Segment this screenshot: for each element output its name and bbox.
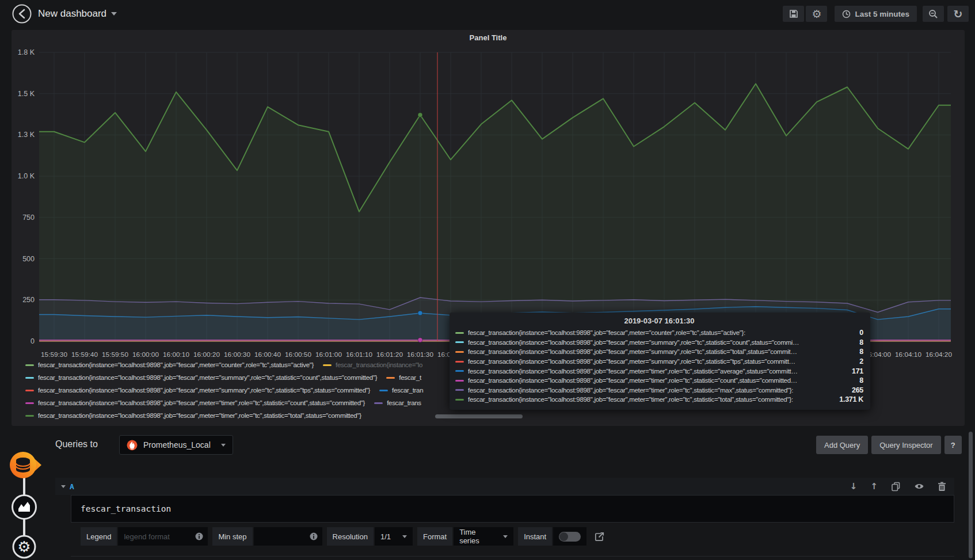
tooltip-series-value: 8 (851, 376, 863, 384)
queries-to-label: Queries to (55, 439, 98, 449)
duplicate-query-icon[interactable] (891, 482, 901, 492)
legend-row: fescar_transaction{instance="localhost:9… (25, 371, 432, 384)
series-color-dash (455, 351, 464, 353)
tooltip-timestamp: 2019-03-07 16:01:30 (455, 317, 863, 325)
chevron-down-icon (111, 12, 117, 16)
info-icon (310, 532, 318, 540)
resolution-select[interactable]: 1/1 (375, 527, 413, 546)
series-color-dash (455, 341, 464, 343)
disable-query-eye-icon[interactable] (914, 482, 924, 490)
navbar-actions: ⚙ Last 5 minutes ↻ (783, 6, 969, 22)
graph-legend: fescar_transaction{instance="localhost:9… (25, 359, 432, 422)
legend-item[interactable]: fescar_transaction{instance="localhost:9… (25, 412, 361, 419)
legend-series-name: fescar_transaction{instance="localhost:9… (38, 399, 365, 406)
tooltip-series-row: fescar_transaction{instance="localhost:9… (455, 357, 863, 367)
series-color-dash (455, 370, 464, 372)
promql-query-input[interactable]: fescar_transaction (71, 495, 954, 523)
move-query-up-icon[interactable]: ↑ (870, 481, 878, 492)
legend-row: fescar_transaction{instance="localhost:9… (25, 384, 432, 397)
min-step-input[interactable] (260, 532, 307, 541)
series-color-dash (455, 389, 464, 391)
legend-item[interactable]: fescar_t (386, 374, 421, 381)
legend-series-name: fescar_transaction{instance="localhost:9… (38, 412, 361, 419)
zoom-out-button[interactable] (923, 6, 944, 22)
tooltip-series-value: 8 (851, 338, 863, 346)
legend-format-input[interactable] (124, 532, 193, 541)
legend-item[interactable]: fescar_trans (374, 399, 421, 406)
query-inspector-button[interactable]: Query Inspector (871, 436, 941, 454)
datasource-picker[interactable]: Prometheus_Local (119, 435, 233, 455)
info-icon (195, 532, 203, 540)
dashboard-title-dropdown[interactable]: New dashboard (38, 0, 117, 28)
legend-item[interactable]: fescar_transaction{instance="lo (323, 361, 422, 368)
tooltip-series-name: fescar_transaction{instance="localhost:9… (468, 339, 799, 346)
series-color-dash (25, 402, 34, 404)
link-to-explore-icon[interactable] (595, 532, 604, 542)
time-range-picker[interactable]: Last 5 minutes (835, 6, 917, 22)
instant-label: Instant (518, 527, 552, 546)
save-dashboard-button[interactable] (783, 6, 804, 22)
legend-series-name: fescar_t (399, 374, 421, 381)
x-axis-tick-label: 15:59:30 (41, 351, 67, 359)
legend-series-name: fescar_transaction{instance="localhost:9… (38, 374, 377, 381)
legend-item[interactable]: fescar_transaction{instance="localhost:9… (25, 387, 370, 394)
legend-series-name: fescar_transaction{instance="localhost:9… (38, 361, 314, 368)
chart-icon (10, 493, 38, 521)
instant-toggle[interactable] (553, 527, 586, 546)
add-query-button[interactable]: Add Query (816, 436, 868, 454)
navbar: New dashboard ⚙ Last 5 minutes (0, 0, 975, 28)
tab-visualization[interactable] (10, 493, 38, 523)
x-axis-tick-label: 16:00:40 (254, 351, 281, 359)
legend-series-name: fescar_transaction{instance="lo (336, 361, 422, 368)
y-axis-tick-label: 500 (22, 255, 35, 263)
delete-query-trash-icon[interactable] (938, 482, 946, 492)
min-step-label: Min step (212, 527, 252, 546)
tooltip-series-name: fescar_transaction{instance="localhost:9… (468, 387, 793, 394)
y-axis-tick-label: 0 (31, 337, 35, 345)
query-row-icons: ↓ ↑ (850, 481, 946, 492)
legend-series-name: fescar_tran (392, 387, 423, 394)
legend-item[interactable]: fescar_transaction{instance="localhost:9… (25, 361, 314, 368)
series-color-dash (455, 332, 464, 334)
query-ref-id: A (70, 482, 74, 491)
back-button[interactable] (12, 3, 32, 24)
queries-datasource-icon (8, 449, 43, 481)
chevron-down-icon (503, 535, 508, 538)
query-actions: Add Query Query Inspector ? (816, 436, 962, 454)
legend-item[interactable]: fescar_transaction{instance="localhost:9… (25, 399, 365, 406)
grafana-panel-edit-page: { "navbar": { "title": "New dashboard", … (0, 0, 975, 560)
tooltip-series-value: 8 (851, 348, 863, 356)
hover-point-dot (418, 338, 422, 342)
refresh-button[interactable]: ↻ (947, 6, 969, 22)
tooltip-series-name: fescar_transaction{instance="localhost:9… (468, 368, 798, 375)
x-axis-tick-label: 16:00:30 (224, 351, 250, 359)
move-query-down-icon[interactable]: ↓ (850, 481, 858, 492)
promql-expression: fescar_transaction (81, 504, 171, 513)
tab-general[interactable]: ⚙ (12, 534, 37, 560)
legend-item[interactable]: fescar_transaction{instance="localhost:9… (25, 374, 377, 381)
tooltip-series-row: fescar_transaction{instance="localhost:9… (455, 328, 863, 338)
y-axis-tick-label: 250 (22, 296, 35, 304)
graph-tooltip: 2019-03-07 16:01:30 fescar_transaction{i… (450, 313, 870, 410)
legend-item[interactable]: fescar_tran (379, 387, 423, 394)
tooltip-series-row: fescar_transaction{instance="localhost:9… (455, 366, 863, 376)
legend-horizontal-scrollbar[interactable] (435, 414, 523, 418)
query-row-header[interactable]: A ↓ ↑ (55, 478, 954, 495)
format-select[interactable]: Time series (454, 527, 513, 546)
y-axis-tick-label: 1.8 K (18, 48, 35, 56)
series-color-dash (379, 390, 388, 391)
x-axis-tick-label: 16:01:30 (407, 351, 433, 359)
tab-queries[interactable] (8, 449, 43, 483)
tooltip-series-list: fescar_transaction{instance="localhost:9… (455, 328, 863, 405)
series-area (39, 84, 951, 341)
x-axis-tick-label: 16:04:20 (926, 351, 952, 359)
series-color-dash (323, 364, 332, 366)
hover-point-dot (418, 311, 422, 315)
dashboard-settings-button[interactable]: ⚙ (806, 6, 827, 22)
resolution-label: Resolution (327, 527, 374, 546)
x-axis-tick-label: 16:00:00 (132, 351, 159, 359)
editor-vertical-scrollbar[interactable] (969, 432, 973, 558)
series-color-dash (25, 377, 34, 379)
help-button[interactable]: ? (944, 436, 962, 454)
datasource-name: Prometheus_Local (143, 440, 215, 449)
